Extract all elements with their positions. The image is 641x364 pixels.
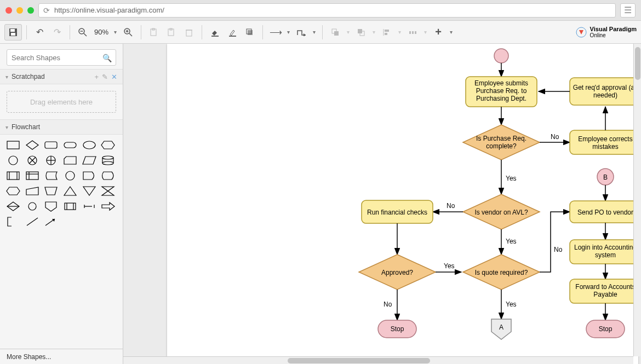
- shape-circle-x[interactable]: [25, 154, 40, 166]
- svg-text:Is Purchase Req.: Is Purchase Req.: [476, 135, 526, 142]
- svg-rect-34: [45, 142, 57, 148]
- node-start[interactable]: [494, 49, 508, 63]
- zoom-out-button[interactable]: [75, 24, 91, 41]
- scratchpad-header[interactable]: ▾ Scratchpad + ✎ ✕: [0, 69, 123, 84]
- shape-loop[interactable]: [5, 185, 21, 197]
- v-scroll-thumb[interactable]: [635, 47, 640, 80]
- shape-merge[interactable]: [82, 185, 97, 197]
- vertical-scrollbar[interactable]: [633, 44, 641, 356]
- insert-caret[interactable]: ▾: [448, 29, 455, 35]
- shape-parallelogram[interactable]: [82, 154, 97, 166]
- svg-text:Employee submits: Employee submits: [474, 79, 528, 87]
- waypoint-caret[interactable]: ▾: [311, 29, 318, 35]
- shape-manual-op[interactable]: [43, 185, 59, 197]
- shape-sort[interactable]: [5, 200, 21, 212]
- flowchart-header[interactable]: ▾ Flowchart: [0, 119, 123, 135]
- shape-delay[interactable]: [82, 170, 97, 182]
- zoom-value[interactable]: 90%: [92, 28, 111, 36]
- shape-connector[interactable]: [25, 200, 40, 212]
- search-input[interactable]: [7, 49, 116, 66]
- window-min-dot[interactable]: [16, 7, 23, 14]
- to-back-caret[interactable]: ▾: [370, 29, 377, 35]
- undo-button[interactable]: ↶: [31, 24, 48, 41]
- svg-text:Login into Accounting: Login into Accounting: [574, 244, 637, 251]
- window-max-dot[interactable]: [27, 7, 34, 14]
- align-button[interactable]: [379, 24, 395, 41]
- align-caret[interactable]: ▾: [396, 29, 403, 35]
- h-scroll-thumb[interactable]: [288, 358, 430, 363]
- line-color-button[interactable]: [224, 24, 241, 41]
- separator: [141, 25, 141, 39]
- redo-button[interactable]: ↷: [49, 24, 65, 41]
- canvas[interactable]: Employee submits Purchase Req. to Purcha…: [123, 44, 641, 364]
- zoom-dropdown-caret[interactable]: ▾: [112, 29, 119, 35]
- connection-caret[interactable]: ▾: [285, 29, 292, 35]
- shape-offpage[interactable]: [43, 200, 59, 212]
- svg-text:Yes: Yes: [506, 238, 517, 245]
- shape-circle[interactable]: [5, 154, 21, 166]
- shape-circle-plus[interactable]: [43, 154, 59, 166]
- svg-rect-28: [409, 31, 411, 34]
- zoom-in-button[interactable]: [120, 24, 136, 41]
- scratchpad-edit-icon[interactable]: ✎: [102, 73, 108, 81]
- svg-rect-1: [10, 29, 15, 32]
- shape-cylinder[interactable]: [100, 154, 116, 166]
- to-front-button[interactable]: [327, 24, 344, 41]
- shape-card[interactable]: [62, 154, 78, 166]
- distribute-caret[interactable]: ▾: [422, 29, 429, 35]
- waypoint-button[interactable]: [293, 24, 310, 41]
- svg-text:Purchase Req. to: Purchase Req. to: [476, 87, 527, 95]
- svg-point-54: [66, 171, 75, 180]
- shape-annotation[interactable]: [5, 216, 21, 228]
- scratchpad-add-icon[interactable]: +: [94, 73, 99, 81]
- collapse-icon: ▾: [5, 74, 8, 80]
- shape-transfer[interactable]: [82, 200, 97, 212]
- svg-rect-35: [64, 142, 76, 148]
- horizontal-scrollbar[interactable]: [123, 356, 633, 364]
- copy-button[interactable]: [146, 24, 162, 41]
- shape-line[interactable]: [25, 216, 40, 228]
- fill-color-button[interactable]: [207, 24, 223, 41]
- paste-button[interactable]: [163, 24, 180, 41]
- reload-icon[interactable]: ⟳: [43, 6, 50, 15]
- shadow-button[interactable]: [242, 24, 258, 41]
- shape-display[interactable]: [100, 170, 116, 182]
- to-front-caret[interactable]: ▾: [345, 29, 352, 35]
- shape-stored[interactable]: [43, 170, 59, 182]
- shape-internal[interactable]: [5, 170, 21, 182]
- svg-marker-57: [45, 187, 57, 195]
- connection-button[interactable]: ⟶: [267, 24, 284, 41]
- shape-roundrect[interactable]: [43, 139, 59, 151]
- shape-ellipse[interactable]: [82, 139, 97, 151]
- distribute-button[interactable]: [404, 24, 421, 41]
- svg-line-4: [84, 33, 87, 36]
- window-close-dot[interactable]: [5, 7, 12, 14]
- brand-logo: Visual Paradigm Online: [576, 26, 637, 38]
- hamburger-icon[interactable]: ☰: [620, 3, 636, 18]
- shape-circle2[interactable]: [62, 170, 78, 182]
- shape-collate[interactable]: [100, 185, 116, 197]
- svg-point-38: [9, 156, 18, 165]
- svg-rect-18: [248, 30, 253, 35]
- shape-manual-input[interactable]: [25, 185, 40, 197]
- to-back-button[interactable]: [353, 24, 369, 41]
- insert-button[interactable]: +: [430, 24, 447, 41]
- shape-arrow-line[interactable]: [43, 216, 59, 228]
- shape-arrow[interactable]: [100, 200, 116, 212]
- shape-diamond[interactable]: [25, 139, 40, 151]
- shape-extract[interactable]: [62, 185, 78, 197]
- more-shapes-link[interactable]: More Shapes...: [0, 349, 123, 364]
- flowchart-title: Flowchart: [12, 123, 40, 131]
- scratchpad-close-icon[interactable]: ✕: [111, 73, 117, 81]
- shape-terminator[interactable]: [62, 139, 78, 151]
- diagram-page[interactable]: Employee submits Purchase Req. to Purcha…: [167, 44, 638, 364]
- save-button[interactable]: [4, 24, 22, 41]
- shape-predef[interactable]: [25, 170, 40, 182]
- shape-rect[interactable]: [5, 139, 21, 151]
- address-bar[interactable]: ⟳ https://online.visual-paradigm.com/: [38, 3, 616, 18]
- drop-zone[interactable]: Drag elements here: [7, 91, 116, 113]
- delete-button[interactable]: [181, 24, 197, 41]
- shape-hex[interactable]: [100, 139, 116, 151]
- shape-tape[interactable]: [62, 200, 78, 212]
- search-icon[interactable]: 🔍: [102, 54, 112, 62]
